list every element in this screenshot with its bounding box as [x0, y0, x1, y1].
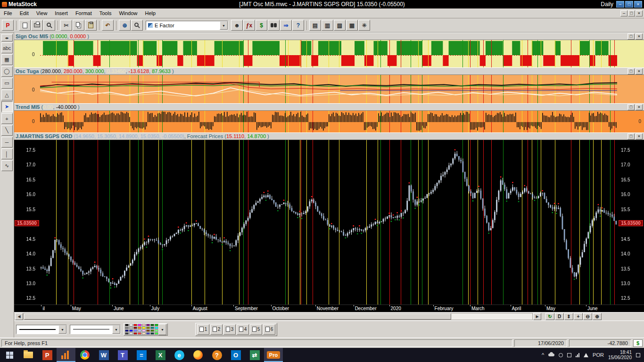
palette-color-5[interactable] — [146, 324, 150, 326]
palette-color-25[interactable] — [129, 332, 133, 335]
color-picker-button[interactable]: ▼ — [124, 323, 168, 336]
crosshair-button[interactable]: ⊕ — [119, 20, 131, 31]
clock[interactable]: 18:41 15/06/2020 — [608, 350, 632, 360]
menu-item-window[interactable]: Window — [115, 9, 141, 17]
downloader-button[interactable]: ⇒ — [280, 20, 292, 31]
palette-color-7[interactable] — [155, 324, 158, 326]
triangle-tool-button[interactable]: △ — [1, 90, 13, 100]
layout-button-2[interactable]: 2 — [210, 324, 223, 335]
palette-color-13[interactable] — [146, 327, 150, 329]
network-icon[interactable] — [576, 353, 579, 357]
palette-color-8[interactable] — [125, 327, 129, 329]
layout-button-3[interactable]: 3 — [223, 324, 236, 335]
palette-color-31[interactable] — [155, 332, 158, 335]
chart-scrollbar[interactable] — [24, 313, 533, 320]
system-tester-button[interactable]: $ — [256, 20, 267, 31]
palette-color-24[interactable] — [125, 332, 129, 335]
close-button[interactable]: × — [634, 1, 642, 8]
palette-color-14[interactable] — [150, 327, 154, 329]
line-weight-dropdown-button[interactable]: ▼ — [112, 325, 120, 334]
horizontal-line-tool-button[interactable]: ─ — [1, 137, 13, 148]
panel-header-price[interactable]: J.MARTINS SGPS ORD (14.9650, 15.3050, 14… — [14, 132, 644, 140]
rectangle-tool-button[interactable]: ▭ — [1, 78, 13, 89]
menu-item-edit[interactable]: Edit — [16, 9, 33, 17]
print-preview-button[interactable] — [43, 20, 55, 31]
line-style-dropdown-button[interactable]: ▼ — [58, 325, 66, 334]
hidden-icons-caret[interactable]: ^ — [542, 352, 544, 358]
vertical-zoom-button[interactable]: ⇕ — [564, 313, 573, 320]
zigzag-tool-button[interactable]: ∿ — [1, 160, 13, 171]
palette-color-9[interactable] — [129, 327, 133, 329]
tile-horizontal-button[interactable]: ▤ — [309, 20, 321, 31]
text-tool-button[interactable]: abc — [1, 42, 13, 53]
tile-vertical-button[interactable]: ▥ — [322, 20, 333, 31]
palette-color-0[interactable] — [125, 324, 129, 326]
app-tray-icon[interactable] — [567, 353, 571, 357]
dock-toggle-button[interactable]: ◂▸ — [1, 34, 13, 41]
menu-item-file[interactable]: File — [0, 9, 16, 17]
layout-button-6[interactable]: 6 — [263, 324, 275, 335]
volume-icon[interactable] — [584, 353, 588, 357]
mdi-restore-button[interactable]: □ — [628, 10, 635, 16]
palette-color-30[interactable] — [150, 332, 154, 335]
palette-color-23[interactable] — [155, 329, 158, 332]
layout-button-4[interactable]: 4 — [237, 324, 249, 335]
antivirus-icon[interactable] — [559, 353, 563, 357]
panel-close-button[interactable]: × — [636, 68, 643, 74]
combo-dropdown-button[interactable]: ▼ — [220, 21, 228, 30]
layout-button-1[interactable]: 1 — [197, 324, 209, 335]
cut-button[interactable]: ✂ — [60, 20, 72, 31]
taskbar-excel[interactable]: X — [151, 348, 170, 362]
menu-item-insert[interactable]: Insert — [51, 9, 72, 17]
palette-color-12[interactable] — [142, 327, 146, 329]
print-button[interactable] — [31, 20, 43, 31]
taskbar-internet-explorer[interactable]: e — [170, 348, 189, 362]
minimize-button[interactable]: – — [616, 1, 624, 8]
panel-restore-button[interactable]: □ — [627, 104, 635, 110]
scrollbar-thumb[interactable] — [24, 313, 451, 320]
zoom-in-button[interactable]: ⊕ — [593, 313, 602, 320]
chart-options-button[interactable]: ✳ — [358, 20, 370, 31]
taskbar-firefox[interactable] — [189, 348, 207, 362]
palette-color-6[interactable] — [150, 324, 154, 326]
paste-button[interactable] — [85, 20, 97, 31]
palette-color-3[interactable] — [138, 324, 141, 326]
context-help-button[interactable]: ? — [292, 20, 304, 31]
palette-color-20[interactable] — [142, 329, 146, 332]
menu-item-format[interactable]: Format — [72, 9, 96, 17]
palette-color-16[interactable] — [125, 329, 129, 332]
color-dropdown-button[interactable]: ▼ — [158, 324, 166, 335]
palette-color-11[interactable] — [138, 327, 141, 329]
palette-color-15[interactable] — [155, 327, 158, 329]
language-indicator[interactable]: POR — [593, 352, 604, 358]
powerpoint-launch-button[interactable]: P — [2, 20, 14, 31]
periodicity-daily-button[interactable]: D — [555, 313, 564, 320]
palette-color-19[interactable] — [138, 329, 141, 332]
palette-color-27[interactable] — [138, 332, 141, 335]
layout-button-5[interactable]: 5 — [250, 324, 262, 335]
osc-tuga-plot[interactable] — [14, 75, 644, 103]
undo-button[interactable]: ↶ — [102, 20, 114, 31]
crosshair-tool-button[interactable]: + — [1, 113, 13, 124]
taskbar-calculator[interactable]: = — [132, 348, 151, 362]
menu-item-view[interactable]: View — [33, 9, 51, 17]
taskbar-help[interactable]: ? — [207, 348, 226, 362]
palette-color-2[interactable] — [133, 324, 137, 326]
menu-item-help[interactable]: Help — [141, 9, 160, 17]
action-center-icon[interactable] — [636, 353, 640, 357]
pointer-tool-button[interactable]: ➤ — [1, 101, 13, 112]
palette-color-29[interactable] — [146, 332, 150, 335]
palette-color-10[interactable] — [133, 327, 137, 329]
line-weight-combo[interactable]: ▼ — [70, 325, 121, 334]
start-button[interactable] — [0, 348, 19, 362]
scroll-right-button[interactable]: ▶ — [533, 313, 541, 320]
restore-button[interactable]: □ — [625, 1, 633, 8]
taskbar-metastock[interactable] — [57, 348, 75, 362]
price-plot[interactable] — [14, 140, 644, 304]
panel-close-button[interactable]: × — [636, 104, 643, 110]
new-chart-button[interactable] — [19, 20, 31, 31]
line-style-combo[interactable]: ▼ — [16, 325, 67, 334]
mdi-close-button[interactable]: × — [636, 10, 643, 16]
explorer-button[interactable] — [268, 20, 280, 31]
taskbar-outlook[interactable]: O — [226, 348, 245, 362]
